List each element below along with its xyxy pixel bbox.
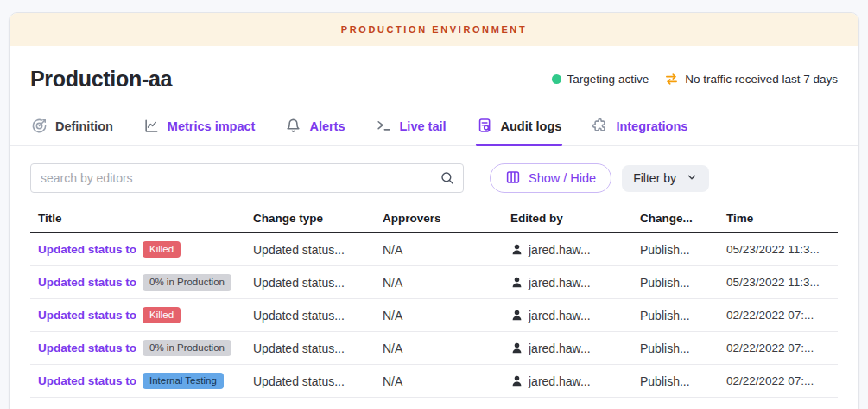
person-icon: [510, 276, 523, 289]
changed-by-cell: Publish...: [640, 276, 726, 290]
table-row[interactable]: Updated status toKilled Updated status..…: [30, 299, 838, 332]
table-row[interactable]: Updated status to0% in Production Update…: [30, 266, 838, 299]
table-row[interactable]: Updated status toInternal Testing Update…: [30, 365, 838, 398]
person-icon: [510, 342, 523, 355]
person-icon: [510, 374, 523, 387]
page-title: Production-aa: [30, 67, 172, 92]
show-hide-label: Show / Hide: [529, 171, 596, 185]
change-type-cell: Updated status...: [253, 342, 383, 355]
column-header-time[interactable]: Time: [726, 212, 838, 225]
terminal-icon: [376, 118, 392, 134]
column-header-approvers[interactable]: Approvers: [383, 212, 510, 225]
chevron-down-icon: [686, 171, 698, 186]
tab-label: Definition: [55, 119, 113, 133]
tab-label: Integrations: [616, 119, 687, 133]
time-cell: 05/23/2022 11:3...: [726, 243, 838, 256]
title-link[interactable]: Updated status to: [38, 276, 136, 289]
status-badge: Killed: [143, 241, 181, 258]
puzzle-icon: [592, 118, 608, 134]
editor-name: jared.haw...: [529, 276, 591, 290]
targeting-status: Targeting active: [552, 73, 649, 86]
banner-label: PRODUCTION ENVIRONMENT: [341, 24, 527, 35]
changed-by-cell: Publish...: [640, 374, 726, 388]
time-cell: 02/22/2022 07:...: [726, 374, 838, 387]
targeting-status-label: Targeting active: [567, 73, 649, 86]
change-type-cell: Updated status...: [253, 309, 383, 323]
tab-label: Live tail: [400, 119, 447, 133]
tab-bar: Definition Metrics impact Alerts: [10, 109, 858, 146]
page-header: Production-aa Targeting active No traffi…: [10, 46, 858, 109]
title-link[interactable]: Updated status to: [38, 309, 136, 322]
tab-metrics-impact[interactable]: Metrics impact: [143, 109, 257, 145]
traffic-status-label: No traffic received last 7 days: [685, 73, 838, 86]
editor-name: jared.haw...: [529, 342, 591, 355]
status-group: Targeting active No traffic received las…: [552, 72, 838, 86]
approvers-cell: N/A: [383, 276, 510, 290]
tab-audit-logs[interactable]: Audit logs: [476, 109, 563, 145]
traffic-status: No traffic received last 7 days: [664, 72, 838, 86]
changed-by-cell: Publish...: [640, 243, 726, 257]
time-cell: 02/22/2022 07:...: [726, 309, 838, 322]
approvers-cell: N/A: [383, 342, 510, 355]
status-badge: Killed: [143, 307, 181, 323]
approvers-cell: N/A: [383, 374, 510, 388]
column-header-change[interactable]: Change...: [640, 212, 726, 225]
target-icon: [31, 118, 48, 134]
title-link[interactable]: Updated status to: [38, 374, 136, 387]
change-type-cell: Updated status...: [253, 374, 383, 388]
bell-icon: [285, 118, 301, 134]
columns-icon: [505, 169, 521, 188]
editor-name: jared.haw...: [529, 309, 591, 323]
tab-live-tail[interactable]: Live tail: [375, 109, 447, 145]
title-cell: Updated status toKilled: [30, 241, 253, 258]
title-cell: Updated status to0% in Production: [30, 340, 253, 356]
search-input[interactable]: [30, 163, 464, 193]
edited-by-cell: jared.haw...: [510, 342, 640, 355]
tab-definition[interactable]: Definition: [30, 109, 114, 145]
search-icon: [440, 170, 455, 189]
filter-by-button[interactable]: Filter by: [622, 165, 709, 192]
approvers-cell: N/A: [383, 309, 510, 323]
production-environment-banner: PRODUCTION ENVIRONMENT: [10, 13, 858, 46]
status-badge: Internal Testing: [143, 373, 224, 389]
changed-by-cell: Publish...: [640, 342, 726, 355]
change-type-cell: Updated status...: [253, 243, 383, 257]
status-badge: 0% in Production: [143, 274, 231, 291]
tab-integrations[interactable]: Integrations: [591, 109, 688, 145]
show-hide-button[interactable]: Show / Hide: [490, 163, 611, 193]
editor-name: jared.haw...: [529, 243, 591, 257]
tab-alerts[interactable]: Alerts: [284, 109, 345, 145]
title-cell: Updated status toKilled: [30, 307, 253, 323]
edited-by-cell: jared.haw...: [510, 276, 640, 290]
edited-by-cell: jared.haw...: [510, 309, 640, 323]
line-chart-icon: [143, 118, 160, 134]
changed-by-cell: Publish...: [640, 309, 726, 323]
title-link[interactable]: Updated status to: [38, 243, 136, 256]
title-cell: Updated status toInternal Testing: [30, 373, 253, 389]
column-header-edited-by[interactable]: Edited by: [510, 212, 640, 225]
column-header-title[interactable]: Title: [30, 212, 253, 225]
person-icon: [510, 309, 523, 322]
search-field-wrap: [30, 163, 464, 193]
table-row[interactable]: Updated status toKilled Updated status..…: [30, 233, 838, 266]
table-row[interactable]: Updated status to0% in Production Update…: [30, 332, 838, 365]
time-cell: 02/22/2022 07:...: [726, 342, 838, 355]
tab-label: Audit logs: [501, 119, 562, 133]
edited-by-cell: jared.haw...: [510, 374, 640, 388]
column-header-change-type[interactable]: Change type: [253, 212, 383, 225]
document-search-icon: [477, 118, 493, 134]
time-cell: 05/23/2022 11:3...: [726, 276, 838, 289]
edited-by-cell: jared.haw...: [510, 243, 640, 257]
tab-label: Alerts: [309, 119, 345, 133]
tab-label: Metrics impact: [168, 119, 256, 133]
title-link[interactable]: Updated status to: [38, 342, 136, 355]
table-header-row: Title Change type Approvers Edited by Ch…: [30, 205, 838, 233]
person-icon: [510, 243, 523, 256]
filter-by-label: Filter by: [633, 171, 676, 185]
status-badge: 0% in Production: [143, 340, 231, 356]
audit-log-table: Title Change type Approvers Edited by Ch…: [30, 205, 838, 398]
change-type-cell: Updated status...: [253, 276, 383, 290]
environment-card: PRODUCTION ENVIRONMENT Production-aa Tar…: [9, 12, 859, 409]
audit-toolbar: Show / Hide Filter by: [10, 146, 858, 193]
title-cell: Updated status to0% in Production: [30, 274, 253, 291]
